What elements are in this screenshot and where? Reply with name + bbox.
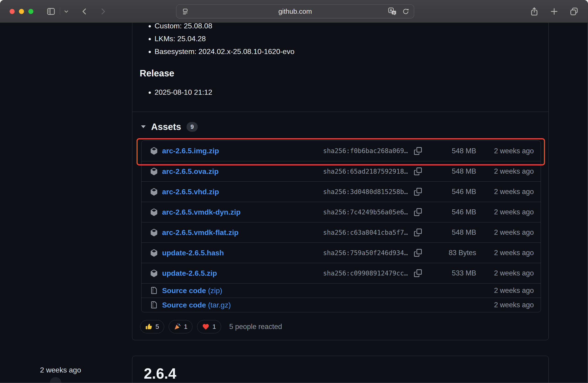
browser-window: github.com A x — [0, 0, 588, 383]
asset-sha: sha256:c63a8041cba5f7… — [323, 229, 408, 236]
file-zip-icon — [150, 301, 158, 309]
asset-name: arc-2.6.5.vmdk-flat.zip — [162, 228, 238, 237]
reaction-pills: 5 1 1 — [140, 320, 221, 333]
new-tab-icon — [550, 7, 559, 16]
package-icon — [150, 229, 158, 236]
svg-text:x: x — [393, 11, 395, 14]
asset-link[interactable]: update-2.6.5.zip — [162, 269, 323, 277]
back-button[interactable] — [80, 7, 89, 16]
share-button[interactable] — [529, 7, 539, 16]
asset-sha: sha256:65ad2187592918… — [323, 168, 408, 175]
timeline-date: 2 weeks ago — [40, 365, 81, 375]
asset-size: 83 Bytes — [422, 249, 476, 257]
tab-overview-button[interactable] — [569, 7, 579, 16]
asset-size: 546 MB — [422, 208, 476, 216]
asset-sha: sha256:c09908912479cc… — [323, 270, 408, 277]
copy-icon[interactable] — [413, 269, 422, 278]
sidebar-chevron-button[interactable] — [63, 8, 69, 14]
share-icon — [529, 7, 539, 16]
package-icon — [150, 188, 158, 196]
asset-name: arc-2.6.5.ova.zip — [162, 167, 219, 176]
asset-sha: sha256:7c4249b56a05e6… — [323, 208, 408, 216]
reload-button[interactable] — [402, 8, 410, 15]
asset-date: 2 weeks ago — [476, 167, 534, 176]
asset-size: 533 MB — [422, 269, 476, 277]
asset-row: Source code (tar.gz) 2 weeks ago — [142, 298, 541, 312]
asset-size: 548 MB — [422, 228, 476, 237]
release-card: Custom: 25.08.08 LKMs: 25.04.28 Basesyst… — [132, 23, 549, 340]
asset-name: arc-2.6.5.vmdk-dyn.zip — [162, 208, 240, 216]
asset-date: 2 weeks ago — [476, 287, 534, 295]
asset-name-suffix: (zip) — [206, 287, 222, 295]
asset-link[interactable]: Source code (zip) — [162, 287, 422, 295]
reaction-summary: 5 people reacted — [229, 323, 282, 331]
back-icon — [80, 7, 89, 16]
copy-icon[interactable] — [413, 248, 422, 257]
url-text: github.com — [176, 8, 414, 15]
traffic-lights — [10, 9, 33, 14]
asset-date: 2 weeks ago — [476, 249, 534, 257]
copy-icon[interactable] — [413, 187, 422, 196]
asset-link[interactable]: Source code (tar.gz) — [162, 301, 422, 309]
asset-row: arc-2.6.5.vmdk-flat.zip sha256:c63a8041c… — [142, 222, 541, 243]
copy-icon[interactable] — [413, 207, 422, 217]
asset-date: 2 weeks ago — [476, 269, 534, 277]
copy-icon[interactable] — [413, 167, 422, 176]
browser-toolbar: github.com A x — [0, 0, 588, 23]
new-tab-button[interactable] — [550, 7, 559, 16]
asset-row: Source code (zip) 2 weeks ago — [142, 283, 541, 298]
sidebar-icon — [46, 7, 56, 16]
asset-name: update-2.6.5.zip — [162, 269, 217, 277]
release-date-item: 2025-08-10 21:12 — [155, 86, 212, 99]
asset-sha: sha256:759a50f246d934… — [323, 249, 408, 257]
asset-date: 2 weeks ago — [476, 228, 534, 237]
asset-name: arc-2.6.5.vhd.zip — [162, 188, 219, 196]
reactions-row: 5 1 1 5 people reacted — [140, 320, 282, 333]
forward-button[interactable] — [99, 7, 107, 16]
asset-size: 548 MB — [422, 167, 476, 176]
asset-link[interactable]: arc-2.6.5.vmdk-flat.zip — [162, 228, 323, 237]
package-icon — [150, 208, 158, 216]
package-icon — [150, 168, 158, 175]
release-note-item: LKMs: 25.04.28 — [155, 32, 294, 45]
reaction-pill[interactable]: 1 — [169, 320, 193, 333]
copy-icon[interactable] — [413, 228, 422, 237]
asset-link[interactable]: arc-2.6.5.ova.zip — [162, 167, 323, 176]
translate-button[interactable]: A x — [388, 7, 397, 16]
asset-link[interactable]: arc-2.6.5.vhd.zip — [162, 188, 323, 196]
page-content: Custom: 25.08.08 LKMs: 25.04.28 Basesyst… — [0, 23, 588, 383]
reload-icon — [402, 8, 410, 15]
asset-name: Source code — [162, 287, 206, 295]
fullscreen-window-button[interactable] — [28, 9, 33, 14]
sidebar-toggle-button[interactable] — [46, 7, 56, 16]
tab-overview-icon — [569, 7, 579, 16]
reaction-count: 1 — [212, 323, 216, 330]
package-icon — [150, 270, 158, 277]
thumbs-up-icon — [145, 323, 152, 330]
translate-icon: A x — [388, 7, 397, 16]
asset-row: arc-2.6.5.vmdk-dyn.zip sha256:7c4249b56a… — [142, 202, 541, 222]
package-icon — [150, 249, 158, 257]
asset-row: update-2.6.5.zip sha256:c09908912479cc… … — [142, 263, 541, 283]
reaction-pill[interactable]: 1 — [197, 320, 221, 333]
reaction-count: 5 — [155, 323, 159, 330]
asset-row: arc-2.6.5.vhd.zip sha256:3d0480d815258b…… — [142, 181, 541, 202]
next-release-title: 2.6.4 — [144, 365, 548, 382]
asset-date: 2 weeks ago — [476, 188, 534, 196]
asset-link[interactable]: arc-2.6.5.vmdk-dyn.zip — [162, 208, 323, 216]
file-zip-icon — [150, 287, 158, 294]
asset-sha: sha256:3d0480d815258b… — [323, 188, 408, 196]
asset-link[interactable]: update-2.6.5.hash — [162, 249, 323, 257]
close-window-button[interactable] — [10, 9, 15, 14]
highlight-annotation — [136, 138, 545, 165]
address-bar[interactable]: github.com A x — [176, 4, 414, 19]
minimize-window-button[interactable] — [19, 9, 24, 14]
asset-date: 2 weeks ago — [476, 301, 534, 309]
assets-disclosure[interactable]: Assets 9 — [141, 120, 198, 133]
asset-date: 2 weeks ago — [476, 208, 534, 216]
reaction-pill[interactable]: 5 — [140, 320, 164, 333]
forward-icon — [99, 7, 107, 16]
asset-name-suffix: (tar.gz) — [206, 301, 231, 309]
release-date-list: 2025-08-10 21:12 — [132, 86, 212, 99]
reaction-count: 1 — [184, 323, 188, 330]
